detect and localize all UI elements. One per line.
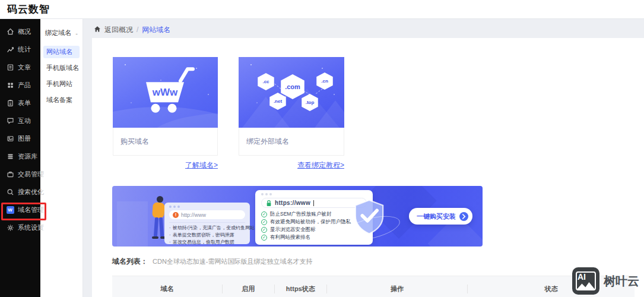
bind-domain-card[interactable]: .cc .com .cn .net .top 绑定外部域名 [239,57,344,156]
domain-list-header: 域名列表： CDN全球动态加速-需网站国际版且绑定独立域名才支持 [112,257,313,267]
sidebar-item-stats[interactable]: 统计 [0,40,40,58]
cart-www-icon: wWw [133,65,198,118]
sidebar-item-resources[interactable]: 资源库 [0,147,40,165]
app-logo: 码云数智 [7,2,50,16]
check-icon [261,227,267,233]
buy-domain-card[interactable]: wWw 购买域名 [113,57,218,156]
subsidebar-item-icp[interactable]: 域名备案 [43,94,80,106]
breadcrumb: 返回概况 / 网站域名 [94,24,170,36]
lock-icon [266,200,272,207]
window-dots [261,193,367,195]
app-window: 码云数智 概况 统计 文章 产品 表单 互动 图册 [0,0,644,297]
check-icon [261,211,267,217]
domain-table-header: 域名 启用 https状态 操作 状态 [112,276,635,297]
check-icon [261,219,267,225]
stars-decor [250,64,252,65]
briefcase-icon [6,170,14,178]
buy-domain-illustration: wWw [113,57,218,128]
gallery-icon [6,134,14,143]
column-actions: 操作 [326,285,468,293]
content-panel: wWw 购买域名 .cc .com .cn [92,38,644,297]
sidebar-item-interaction[interactable]: 互动 [0,112,40,129]
svg-text:wWw: wWw [151,87,177,98]
collapse-icon[interactable]: - [75,30,78,37]
shield-icon [352,198,399,241]
sidebar-item-gallery[interactable]: 图册 [0,129,40,147]
learn-domain-link[interactable]: 了解域名> [113,160,218,170]
sidebar-item-articles[interactable]: 文章 [0,58,40,76]
stats-icon [6,45,14,53]
home-icon [94,24,101,35]
window-dots [169,206,245,208]
watermark: AI 树叶云 [572,267,639,295]
watermark-brand: 树叶云 [604,273,639,289]
sidebar-item-forms[interactable]: 表单 [0,94,40,112]
column-https-status: https状态 [274,285,326,293]
tld-cc-badge: .cc [256,73,275,90]
text-cursor [313,200,314,206]
gear-icon [6,223,14,232]
arrow-circle-icon [459,212,468,221]
chat-bubble-icon [6,116,14,125]
subsidebar-item-mobile-domain[interactable]: 手机版域名 [43,62,80,74]
home-icon [6,27,14,36]
sidebar-item-products[interactable]: 产品 [0,76,40,94]
bind-tutorial-link[interactable]: 查看绑定教程> [239,160,344,170]
stars-decor [125,64,126,65]
form-icon [6,99,14,107]
sidebar-item-settings[interactable]: 系统设置 [0,219,40,236]
breadcrumb-current: 网站域名 [142,25,170,35]
http-risk-list: 被劫持/污染，充满广告，变成钓鱼网站 表单提交数据窃听，密码泄露 篡改交易信息，… [169,222,245,246]
products-grid-icon [6,81,14,89]
search-icon [6,188,14,196]
primary-sidebar: 概况 统计 文章 产品 表单 互动 图册 资源库 [0,19,40,297]
check-icon [261,235,267,241]
cube-decor [117,201,148,247]
tld-cn-badge: .cn [315,72,334,90]
sidebar-item-seo[interactable]: 搜索优化 [0,183,40,201]
column-enabled: 启用 [222,285,274,293]
main-area: 返回概况 / 网站域名 wWw 购 [83,19,644,297]
article-icon [6,63,14,71]
subsidebar-group[interactable]: 绑定域名 - [40,19,83,42]
subsidebar-item-mobile-site[interactable]: 手机网站 [43,78,80,90]
http-url-bar: ! http://www [169,210,245,219]
sidebar-item-domains[interactable]: W 域名管理 [0,201,40,219]
buy-domain-label: 购买域名 [113,128,218,156]
ai-image-logo-icon: AI [572,267,599,295]
warning-icon: ! [173,212,179,218]
subsidebar-item-website-domain[interactable]: 网站域名 [43,46,80,58]
bind-domain-illustration: .cc .com .cn .net .top [239,57,344,128]
secondary-sidebar: 绑定域名 - 网站域名 手机版域名 手机网站 域名备案 [40,19,83,297]
http-browser-card: ! http://www 被劫持/污染，充满广告，变成钓鱼网站 表单提交数据窃听… [164,203,250,244]
column-domain: 域名 [112,285,222,293]
breadcrumb-back-link[interactable]: 返回概况 [104,25,133,35]
one-click-buy-button[interactable]: 一键购买安装 [409,208,472,225]
https-url-bar: https://www [261,198,367,208]
resources-icon [6,152,14,160]
sidebar-item-overview[interactable]: 概况 [0,23,40,40]
https-promo-banner: ! http://www 被劫持/污染，充满广告，变成钓鱼网站 表单提交数据窃听… [112,186,483,247]
domain-w-icon: W [6,206,14,214]
breadcrumb-separator: / [137,26,138,34]
bind-domain-label: 绑定外部域名 [239,128,344,156]
sidebar-item-trade[interactable]: 交易管理 [0,165,40,183]
top-bar: 码云数智 [0,0,644,19]
